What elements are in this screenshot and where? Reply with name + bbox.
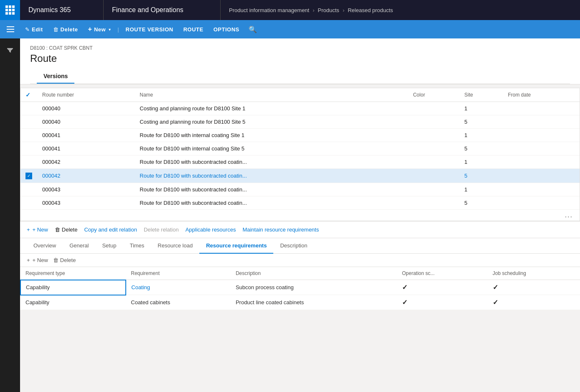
- versions-tab[interactable]: Versions: [37, 69, 74, 84]
- waffle-menu[interactable]: [0, 0, 20, 20]
- plus-icon: +: [27, 227, 30, 233]
- table-row[interactable]: 000040Costing and planning route for D81…: [20, 115, 580, 129]
- table-row[interactable]: 000043Route for D8100 with subcontracted…: [20, 183, 580, 196]
- toolbar-new-button[interactable]: + + New: [27, 225, 48, 234]
- row-check[interactable]: [20, 142, 37, 155]
- row-check[interactable]: ✓: [20, 169, 37, 183]
- dynamics-365-label[interactable]: Dynamics 365: [20, 0, 104, 20]
- maintain-resource-req-button[interactable]: Maintain resource requirements: [242, 225, 319, 234]
- row-check[interactable]: [20, 183, 37, 196]
- filter-icon[interactable]: [3, 43, 17, 57]
- applicable-resources-button[interactable]: Applicable resources: [186, 225, 236, 234]
- site-cell: 1: [459, 183, 503, 196]
- from-date-cell: [503, 115, 580, 129]
- route-number-cell: 000040: [37, 102, 135, 115]
- hamburger-menu[interactable]: [3, 23, 18, 36]
- req-row[interactable]: CapabilityCoated cabinetsProduct line co…: [20, 295, 580, 310]
- plus-icon: +: [88, 25, 92, 33]
- check-icon: ✓: [25, 92, 31, 98]
- req-row[interactable]: CapabilityCoatingSubcon process coating✓…: [20, 280, 580, 295]
- inner-delete-button[interactable]: 🗑 Delete: [53, 257, 76, 263]
- route-number-cell: 000041: [37, 142, 135, 155]
- checkbox-icon: ✓: [25, 173, 32, 179]
- sub-tab-description[interactable]: Description: [273, 238, 314, 254]
- sub-tab-overview[interactable]: Overview: [27, 238, 63, 254]
- table-row[interactable]: 000042Route for D8100 with subcontracted…: [20, 155, 580, 169]
- sub-tab-resource-requirements[interactable]: Resource requirements: [199, 238, 273, 254]
- checkmark-icon: ✓: [402, 284, 407, 291]
- from-date-cell: [503, 183, 580, 196]
- search-icon[interactable]: 🔍: [249, 25, 257, 33]
- breadcrumb-pim[interactable]: Product information management: [229, 7, 309, 13]
- fo-label[interactable]: Finance and Operations: [104, 0, 221, 20]
- from-date-cell: [503, 169, 580, 183]
- route-number-cell: 000042: [37, 169, 135, 183]
- versions-table: ✓ Route number Name Color Site From date…: [20, 88, 580, 210]
- color-cell: [408, 155, 459, 169]
- sub-tab-setup[interactable]: Setup: [95, 238, 123, 254]
- breadcrumb-products[interactable]: Products: [318, 7, 339, 13]
- color-cell: [408, 196, 459, 209]
- route-number-cell: 000043: [37, 196, 135, 209]
- from-date-cell: [503, 155, 580, 169]
- row-check[interactable]: [20, 115, 37, 129]
- name-cell: Route for D8100 with subcontracted coati…: [135, 196, 408, 209]
- site-cell: 5: [459, 115, 503, 129]
- req-cell[interactable]: Coating: [126, 280, 231, 295]
- color-cell: [408, 129, 459, 142]
- table-row[interactable]: 000041Route for D8100 with internal coat…: [20, 129, 580, 142]
- delete-button[interactable]: 🗑 Delete: [49, 24, 82, 35]
- op-sc-cell: ✓: [397, 295, 488, 310]
- op-sc-cell: ✓: [397, 280, 488, 295]
- name-header: Name: [135, 88, 408, 102]
- route-number-cell: 000043: [37, 183, 135, 196]
- site-header: Site: [459, 88, 503, 102]
- content-area: D8100 : COAT SPRK CBNT Route Versions ✓ …: [20, 38, 580, 392]
- req-header: Requirement: [126, 267, 231, 280]
- trash-icon: 🗑: [55, 227, 60, 233]
- color-cell: [408, 169, 459, 183]
- copy-edit-relation-button[interactable]: Copy and edit relation: [84, 225, 137, 234]
- breadcrumb-released[interactable]: Released products: [348, 7, 393, 13]
- delete-relation-button[interactable]: Delete relation: [144, 225, 179, 234]
- from-date-cell: [503, 196, 580, 209]
- options-button[interactable]: OPTIONS: [209, 24, 244, 35]
- row-check[interactable]: [20, 102, 37, 115]
- req-link[interactable]: Coating: [131, 284, 150, 290]
- requirements-section: Requirement type Requirement Description…: [20, 267, 580, 311]
- site-cell: 1: [459, 155, 503, 169]
- edit-button[interactable]: ✎ Edit: [21, 24, 47, 35]
- new-button[interactable]: + New ▾: [84, 23, 115, 36]
- row-check[interactable]: [20, 129, 37, 142]
- toolbar-delete-button[interactable]: 🗑 Delete: [55, 225, 78, 234]
- route-version-button[interactable]: ROUTE VERSION: [122, 24, 178, 35]
- table-row[interactable]: 000040Costing and planning route for D81…: [20, 102, 580, 115]
- page-breadcrumb: D8100 : COAT SPRK CBNT: [30, 45, 570, 51]
- bottom-toolbar: + + New 🗑 Delete Copy and edit relation …: [20, 221, 580, 238]
- inner-new-button[interactable]: + + New: [27, 257, 48, 263]
- row-check[interactable]: [20, 196, 37, 209]
- table-row[interactable]: ✓000042Route for D8100 with subcontracte…: [20, 169, 580, 183]
- ellipsis-more: ...: [20, 210, 580, 221]
- table-row[interactable]: 000041Route for D8100 with internal coat…: [20, 142, 580, 155]
- sub-tab-times[interactable]: Times: [123, 238, 151, 254]
- sub-tab-resource-load[interactable]: Resource load: [151, 238, 199, 254]
- main-layout: D8100 : COAT SPRK CBNT Route Versions ✓ …: [0, 38, 580, 392]
- table-row[interactable]: 000043Route for D8100 with subcontracted…: [20, 196, 580, 209]
- job-sched-cell: ✓: [488, 280, 580, 295]
- checkmark-icon: ✓: [493, 284, 498, 291]
- name-cell: Costing and planning route for D8100 Sit…: [135, 102, 408, 115]
- job-sched-cell: ✓: [488, 295, 580, 310]
- requirements-table: Requirement type Requirement Description…: [20, 267, 580, 311]
- op-sc-header: Operation sc...: [397, 267, 488, 280]
- edit-icon: ✎: [25, 26, 30, 33]
- sub-tab-general[interactable]: General: [63, 238, 95, 254]
- route-button[interactable]: ROUTE: [179, 24, 208, 35]
- from-date-cell: [503, 142, 580, 155]
- chevron-down-icon: ▾: [109, 27, 111, 32]
- left-sidebar: [0, 38, 20, 392]
- row-check[interactable]: [20, 155, 37, 169]
- name-cell: Route for D8100 with internal coating Si…: [135, 142, 408, 155]
- req-cell[interactable]: Coated cabinets: [126, 295, 231, 310]
- site-cell: 1: [459, 129, 503, 142]
